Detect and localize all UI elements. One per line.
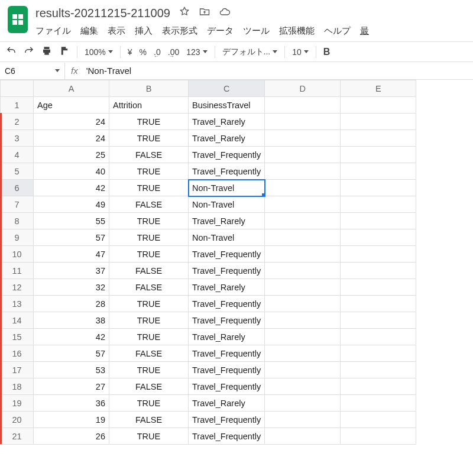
cell-B6[interactable]: TRUE (109, 180, 189, 196)
paint-format-icon[interactable] (59, 46, 70, 58)
cell-A12[interactable]: 32 (34, 279, 109, 296)
cell-A8[interactable]: 55 (34, 213, 109, 229)
font-size-dropdown[interactable]: 10 (292, 47, 309, 57)
cell-B4[interactable]: FALSE (109, 147, 189, 163)
row-header-12[interactable]: 12 (1, 279, 34, 296)
cell-E4[interactable] (341, 147, 416, 163)
cell-C5[interactable]: Travel_Frequently (189, 163, 265, 180)
cell-C9[interactable]: Non-Travel (189, 229, 265, 246)
cell-B19[interactable]: TRUE (109, 395, 189, 412)
move-icon[interactable] (199, 6, 210, 21)
row-header-17[interactable]: 17 (1, 362, 34, 378)
cell-D16[interactable] (265, 345, 341, 362)
cell-B3[interactable]: TRUE (109, 130, 189, 147)
cell-A21[interactable]: 26 (34, 428, 109, 445)
cell-D11[interactable] (265, 263, 341, 279)
cell-E12[interactable] (341, 279, 416, 296)
decrease-decimal[interactable]: .0← (154, 47, 161, 57)
number-format-dropdown[interactable]: 123 (186, 47, 207, 57)
row-header-18[interactable]: 18 (1, 378, 34, 395)
cell-A7[interactable]: 49 (34, 196, 109, 213)
cell-A4[interactable]: 25 (34, 147, 109, 163)
cell-E13[interactable] (341, 296, 416, 312)
cell-A16[interactable]: 57 (34, 345, 109, 362)
cell-D21[interactable] (265, 428, 341, 445)
row-header-15[interactable]: 15 (1, 329, 34, 345)
select-all-corner[interactable] (1, 80, 34, 97)
cell-A10[interactable]: 47 (34, 246, 109, 263)
row-header-5[interactable]: 5 (1, 163, 34, 180)
cell-E7[interactable] (341, 196, 416, 213)
name-box[interactable]: C6 (0, 63, 65, 79)
row-header-8[interactable]: 8 (1, 213, 34, 229)
bold-button[interactable]: B (323, 47, 331, 57)
undo-icon[interactable] (6, 46, 17, 58)
format-currency[interactable]: ¥ (128, 47, 132, 57)
cell-C7[interactable]: Non-Travel (189, 196, 265, 213)
cell-B9[interactable]: TRUE (109, 229, 189, 246)
cell-E15[interactable] (341, 329, 416, 345)
cloud-icon[interactable] (219, 6, 231, 21)
cell-A15[interactable]: 42 (34, 329, 109, 345)
cell-C8[interactable]: Travel_Rarely (189, 213, 265, 229)
cell-B20[interactable]: FALSE (109, 412, 189, 428)
cell-B14[interactable]: TRUE (109, 312, 189, 329)
cell-C13[interactable]: Travel_Frequently (189, 296, 265, 312)
cell-C11[interactable]: Travel_Frequently (189, 263, 265, 279)
cell-B7[interactable]: FALSE (109, 196, 189, 213)
cell-A13[interactable]: 28 (34, 296, 109, 312)
row-header-4[interactable]: 4 (1, 147, 34, 163)
cell-C3[interactable]: Travel_Rarely (189, 130, 265, 147)
redo-icon[interactable] (24, 46, 34, 58)
cell-D13[interactable] (265, 296, 341, 312)
cell-A9[interactable]: 57 (34, 229, 109, 246)
cell-C2[interactable]: Travel_Rarely (189, 114, 265, 130)
cell-B2[interactable]: TRUE (109, 114, 189, 130)
menu-insert[interactable]: 挿入 (135, 25, 153, 37)
row-header-11[interactable]: 11 (1, 263, 34, 279)
doc-title[interactable]: results-20211215-211009 (35, 7, 170, 20)
cell-D17[interactable] (265, 362, 341, 378)
cell-B13[interactable]: TRUE (109, 296, 189, 312)
row-header-3[interactable]: 3 (1, 130, 34, 147)
cell-D1[interactable] (265, 97, 341, 114)
row-header-7[interactable]: 7 (1, 196, 34, 213)
spreadsheet-grid[interactable]: ABCDE1AgeAttritionBusinessTravel224TRUET… (0, 80, 473, 445)
cell-C6[interactable]: Non-Travel (189, 180, 265, 196)
cell-B15[interactable]: TRUE (109, 329, 189, 345)
col-header-A[interactable]: A (34, 80, 109, 97)
cell-B8[interactable]: TRUE (109, 213, 189, 229)
row-header-19[interactable]: 19 (1, 395, 34, 412)
cell-C17[interactable]: Travel_Frequently (189, 362, 265, 378)
menu-tools[interactable]: ツール (243, 25, 270, 37)
increase-decimal[interactable]: .00→ (168, 47, 179, 57)
cell-C18[interactable]: Travel_Frequently (189, 378, 265, 395)
cell-B17[interactable]: TRUE (109, 362, 189, 378)
cell-A1[interactable]: Age (34, 97, 109, 114)
cell-E14[interactable] (341, 312, 416, 329)
cell-C4[interactable]: Travel_Frequently (189, 147, 265, 163)
cell-C12[interactable]: Travel_Rarely (189, 279, 265, 296)
cell-D3[interactable] (265, 130, 341, 147)
cell-A11[interactable]: 37 (34, 263, 109, 279)
print-icon[interactable] (41, 46, 52, 58)
cell-C14[interactable]: Travel_Frequently (189, 312, 265, 329)
cell-D7[interactable] (265, 196, 341, 213)
cell-B21[interactable]: TRUE (109, 428, 189, 445)
star-icon[interactable] (179, 6, 190, 21)
cell-B10[interactable]: TRUE (109, 246, 189, 263)
cell-D5[interactable] (265, 163, 341, 180)
col-header-B[interactable]: B (109, 80, 189, 97)
cell-E3[interactable] (341, 130, 416, 147)
row-header-1[interactable]: 1 (1, 97, 34, 114)
row-header-20[interactable]: 20 (1, 412, 34, 428)
cell-B1[interactable]: Attrition (109, 97, 189, 114)
cell-A3[interactable]: 24 (34, 130, 109, 147)
cell-D20[interactable] (265, 412, 341, 428)
row-header-14[interactable]: 14 (1, 312, 34, 329)
cell-D14[interactable] (265, 312, 341, 329)
cell-A20[interactable]: 19 (34, 412, 109, 428)
formula-bar[interactable]: 'Non-Travel (84, 62, 473, 79)
cell-A2[interactable]: 24 (34, 114, 109, 130)
cell-E10[interactable] (341, 246, 416, 263)
